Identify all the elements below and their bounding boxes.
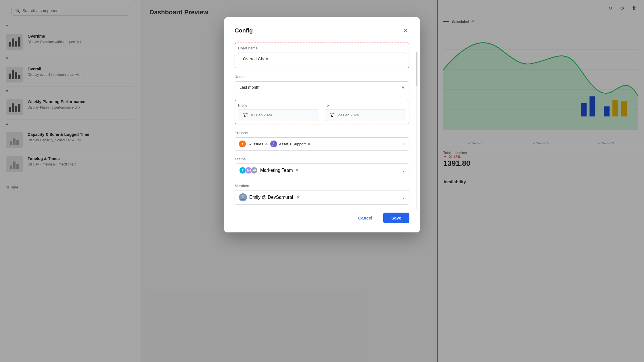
chart-name-input[interactable] (238, 53, 406, 65)
modal-header: Config ✕ (235, 26, 409, 34)
chevron-down-icon-range: ∨ (402, 85, 405, 90)
project-5k-label: 5k issues (248, 142, 263, 146)
range-dropdown[interactable]: Last month ∨ (235, 81, 409, 93)
range-group: Range Last month ∨ (235, 75, 409, 93)
from-date-input[interactable]: 📅 01 Feb 2024 (238, 109, 319, 121)
chevron-down-icon-teams: ∨ (402, 168, 405, 173)
date-range-group: From 📅 01 Feb 2024 To 📅 29 Feb 2024 (235, 100, 409, 124)
chevron-down-icon-projects: ∨ (402, 142, 405, 146)
team-avatar-plus: +9 (250, 167, 258, 174)
teams-selected-label: Marketing Team (260, 168, 293, 173)
teams-label: Teams (235, 157, 409, 161)
member-avatar (239, 193, 247, 201)
chevron-down-icon-members: ∨ (402, 195, 405, 200)
projects-dropdown[interactable]: ✦ 5k issues ✕ 🚀 AssetIT Support ✕ ∨ (235, 137, 409, 151)
project-assetit-label: AssetIT Support (279, 142, 306, 146)
member-name: Emily @ DevSamurai (249, 195, 293, 200)
svg-point-10 (241, 195, 244, 198)
chart-name-group: Chart name (235, 43, 409, 68)
remove-marketing-team-button[interactable]: ✕ (295, 168, 299, 173)
members-dropdown[interactable]: Emily @ DevSamurai ✕ ∨ (235, 190, 409, 205)
project-5k-icon: ✦ (239, 140, 246, 147)
config-modal: Config ✕ Chart name Range Last month ∨ F… (224, 17, 420, 232)
remove-5k-button[interactable]: ✕ (265, 142, 268, 146)
modal-title: Config (235, 27, 253, 34)
teams-dropdown[interactable]: T M +9 Marketing Team ✕ ∨ (235, 163, 409, 177)
remove-member-button[interactable]: ✕ (296, 195, 300, 200)
calendar-from-icon: 📅 (242, 112, 248, 118)
save-button[interactable]: Save (383, 213, 409, 223)
scrollbar-track (416, 52, 417, 209)
close-icon: ✕ (403, 27, 408, 34)
project-assetit-icon: 🚀 (270, 140, 277, 147)
from-label: From (238, 103, 319, 107)
projects-group: Projects ✦ 5k issues ✕ 🚀 AssetIT Support… (235, 131, 409, 151)
cancel-button[interactable]: Cancel (351, 213, 379, 223)
chart-name-label: Chart name (238, 46, 406, 50)
calendar-to-icon: 📅 (329, 112, 335, 118)
projects-label: Projects (235, 131, 409, 135)
modal-footer: Cancel Save (235, 213, 409, 223)
modal-backdrop: Config ✕ Chart name Range Last month ∨ F… (0, 0, 644, 362)
from-field: From 📅 01 Feb 2024 (238, 103, 319, 121)
project-tag-assetit: 🚀 AssetIT Support ✕ (270, 140, 310, 147)
range-label: Range (235, 75, 409, 79)
team-avatars: T M +9 (239, 167, 258, 174)
project-tag-5k: ✦ 5k issues ✕ (239, 140, 268, 147)
range-value: Last month (239, 85, 259, 90)
teams-group: Teams T M +9 Marketing Team ✕ ∨ (235, 157, 409, 177)
members-label: Members (235, 184, 409, 188)
to-label: To (325, 103, 406, 107)
close-button[interactable]: ✕ (401, 26, 409, 34)
scrollbar-thumb[interactable] (416, 52, 417, 86)
to-date-value: 29 Feb 2024 (338, 113, 359, 117)
members-group: Members Emily @ DevSamurai ✕ ∨ (235, 184, 409, 205)
from-date-value: 01 Feb 2024 (251, 113, 272, 117)
to-date-input[interactable]: 📅 29 Feb 2024 (325, 109, 406, 121)
to-field: To 📅 29 Feb 2024 (325, 103, 406, 121)
remove-assetit-button[interactable]: ✕ (307, 142, 310, 146)
